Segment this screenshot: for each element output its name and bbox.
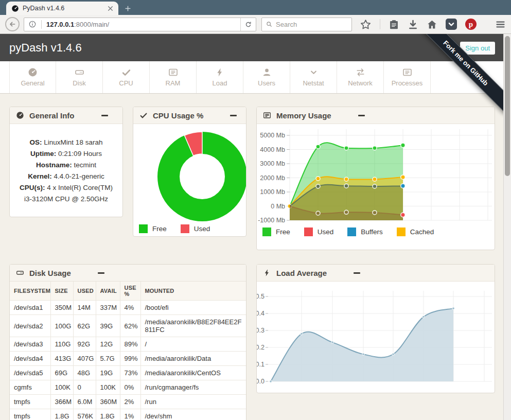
legend-label: Free <box>276 228 290 236</box>
collapse-button[interactable] <box>101 115 108 116</box>
page-title: pyDash v1.4.6 <box>9 41 82 55</box>
scrollbar-thumb[interactable] <box>505 36 510 176</box>
disk-cell: /dev/shm <box>140 409 246 420</box>
disk-cell: 100G <box>50 315 73 337</box>
memory-chart-legend: FreeUsedBuffersCached <box>262 227 495 236</box>
disk-cell: 360M <box>96 395 120 409</box>
svg-text:0.3: 0.3 <box>257 327 265 334</box>
info-icon[interactable] <box>28 20 37 28</box>
nav-item-ram[interactable]: RAM <box>150 61 197 93</box>
svg-text:0.5: 0.5 <box>257 293 265 300</box>
svg-text:5000 Mb: 5000 Mb <box>260 132 285 139</box>
exchange-icon <box>356 67 365 77</box>
legend-item-cached: Cached <box>397 227 434 236</box>
svg-text:0 Mb: 0 Mb <box>271 203 285 210</box>
pinterest-icon[interactable]: p <box>465 19 477 30</box>
legend-swatch <box>347 227 356 236</box>
tasks-icon <box>263 111 271 119</box>
nav-item-disk[interactable]: Disk <box>56 61 103 93</box>
nav-item-cpu[interactable]: CPU <box>103 61 150 93</box>
disk-row: /dev/sda3110G92G12G89%/ <box>10 337 246 352</box>
legend-item-used: Used <box>181 224 210 233</box>
collapse-button[interactable] <box>230 115 237 116</box>
nav-item-label: General <box>21 79 44 87</box>
disk-cell: 110G <box>50 337 73 352</box>
general-info-line: OS: LinuxMint 18 sarah <box>15 137 117 148</box>
disk-usage-table: FILESYSTEMSIZEUSEDAVAILUSE %MOUNTED /dev… <box>10 282 246 420</box>
panel-title: General Info <box>29 111 75 120</box>
disk-cell: /media/aaronkilik/CentOS <box>140 366 246 380</box>
panel-header: General Info <box>10 107 122 124</box>
svg-text:0.2: 0.2 <box>257 344 265 351</box>
load-average-area-chart: 0.50.40.30.20.10.0 <box>257 285 495 390</box>
disk-cell: /dev/sda2 <box>10 315 50 337</box>
disk-cell: 350M <box>50 301 73 315</box>
reload-button[interactable] <box>240 18 256 31</box>
memory-usage-area-chart: 5000 Mb4000 Mb3000 Mb2000 Mb1000 Mb0 Mb-… <box>257 124 495 227</box>
disk-cell: /media/aaronkilik/B8E2F84EE2F811FC <box>140 315 246 337</box>
general-info-panel: General Info OS: LinuxMint 18 sarahUptim… <box>9 107 123 217</box>
browser-tab[interactable]: PyDash v1.4.6 <box>6 2 118 15</box>
pocket-icon[interactable] <box>446 19 457 30</box>
disk-cell: 576K <box>73 409 96 420</box>
back-button[interactable] <box>5 17 20 31</box>
main-nav: GeneralDiskCPURAMLoadUsersNetstatNetwork… <box>0 61 511 94</box>
disk-cell: 100K <box>96 380 120 395</box>
nav-item-netstat[interactable]: Netstat <box>290 61 337 93</box>
disk-row: tmpfs366M6.0M360M2%/run <box>10 395 246 409</box>
bookmark-star-icon[interactable] <box>360 19 372 30</box>
downloads-icon[interactable] <box>408 19 418 30</box>
disk-column-header: FILESYSTEM <box>10 282 50 301</box>
panel-title: Disk Usage <box>29 269 71 277</box>
plus-icon <box>124 5 132 12</box>
disk-cell: 366M <box>50 395 73 409</box>
cpu-usage-donut-chart <box>133 124 246 223</box>
page-scrollbar[interactable] <box>503 34 511 420</box>
disk-row: tmpfs1.8G576K1.8G1%/dev/shm <box>10 409 246 420</box>
svg-text:0.4: 0.4 <box>257 310 265 317</box>
nav-item-label: CPU <box>119 79 133 87</box>
disk-cell: 99% <box>120 352 140 366</box>
collapse-button[interactable] <box>358 115 365 116</box>
panel-title: Load Average <box>276 269 327 277</box>
home-icon[interactable] <box>427 19 437 30</box>
tab-close-icon[interactable] <box>107 5 114 12</box>
disk-column-header: AVAIL <box>96 282 120 301</box>
search-icon <box>266 21 273 28</box>
load-average-panel: Load Average 0.50.40.30.20.10.0 <box>256 264 495 393</box>
reading-list-icon[interactable] <box>389 19 399 30</box>
disk-cell: /run/cgmanager/fs <box>140 380 246 395</box>
disk-cell: 100K <box>50 380 73 395</box>
gauge-icon <box>28 67 38 77</box>
svg-text:-1000 Mb: -1000 Mb <box>258 217 285 224</box>
disk-column-header: MOUNTED <box>140 282 246 301</box>
disk-cell: 0 <box>73 380 96 395</box>
disk-usage-panel: Disk Usage FILESYSTEMSIZEUSEDAVAILUSE %M… <box>9 264 246 420</box>
check-icon <box>139 111 148 119</box>
hdd-icon <box>75 67 84 77</box>
disk-cell: /boot/efi <box>140 301 246 315</box>
collapse-button[interactable] <box>98 272 104 274</box>
nav-item-processes[interactable]: Processes <box>384 61 431 93</box>
nav-item-users[interactable]: Users <box>243 61 290 93</box>
hamburger-menu-icon[interactable] <box>495 19 506 30</box>
new-tab-button[interactable] <box>118 2 137 15</box>
memory-usage-panel: Memory Usage 5000 Mb4000 Mb3000 Mb2000 M… <box>256 107 495 250</box>
nav-item-load[interactable]: Load <box>197 61 243 93</box>
disk-cell: 6.0M <box>73 395 96 409</box>
collapse-button[interactable] <box>354 272 360 274</box>
disk-cell: 413G <box>50 352 73 366</box>
url-bar[interactable]: 127.0.0.1:8000/main/ <box>24 18 256 31</box>
search-input[interactable] <box>276 21 348 28</box>
nav-item-network[interactable]: Network <box>337 61 384 93</box>
panel-title: Memory Usage <box>276 111 331 120</box>
svg-text:0.0: 0.0 <box>257 378 265 385</box>
search-box[interactable] <box>261 18 352 31</box>
disk-cell: /dev/sda1 <box>10 301 50 315</box>
svg-text:0.1: 0.1 <box>257 361 265 368</box>
disk-cell: 1% <box>120 409 140 420</box>
legend-swatch <box>304 227 313 236</box>
chevron-down-icon <box>309 67 319 77</box>
nav-item-general[interactable]: General <box>9 61 56 93</box>
general-info-line: Hostname: tecmint <box>15 160 117 171</box>
